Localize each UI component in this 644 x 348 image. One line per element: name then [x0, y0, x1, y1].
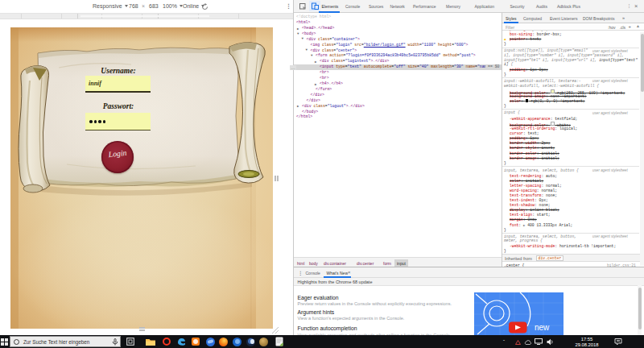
- svg-text:new: new: [535, 323, 550, 332]
